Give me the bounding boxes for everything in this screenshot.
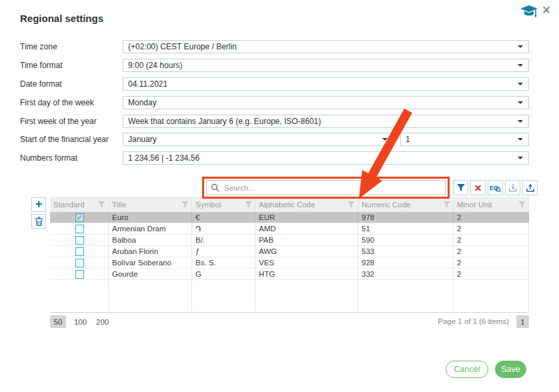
first-day-select[interactable]: Monday [123,96,529,109]
table-row[interactable]: Armenian Dram ֏ AMD 51 2 [50,223,529,235]
search-input[interactable] [224,184,441,192]
table-empty-area [50,280,529,313]
cell-minor-unit: 2 [454,246,529,257]
field-label: First day of the week [20,98,94,107]
select-value: Week that contains January 6 (e.g. Europ… [128,117,514,126]
column-filter-icon[interactable] [181,201,189,208]
select-value: (+02:00) CEST Europe / Berlin [128,42,514,51]
cell-symbol: Bs. S. [192,257,255,268]
standard-checkbox[interactable] [75,259,84,267]
cell-alphabetic-code: VES [255,257,358,268]
column-filter-icon[interactable] [348,201,355,208]
column-filter-icon[interactable] [245,201,252,208]
cell-title: Gourde [109,269,192,279]
column-filter-icon[interactable] [443,201,450,208]
column-header-title[interactable]: Title [109,197,192,212]
cell-alphabetic-code: AMD [255,223,358,234]
pagination-info: Page 1 of 1 (6 items) [438,317,509,325]
page-number-button[interactable]: 1 [516,315,529,328]
cell-numeric-code: 332 [358,269,454,279]
form-row-date-format: Date format 04.11.2021 [20,77,529,91]
cell-title: Balboa [109,235,192,245]
cancel-button[interactable]: Cancel [446,361,488,378]
close-icon[interactable]: ✕ [542,5,551,16]
first-week-select[interactable]: Week that contains January 6 (e.g. Europ… [123,115,529,128]
add-currency-button[interactable]: + [31,197,46,212]
cell-alphabetic-code: AWG [255,246,358,257]
page-size-200[interactable]: 200 [93,315,112,328]
cell-numeric-code: 928 [358,257,454,268]
currency-table: Standard Title Symbol Alphabetic Code Nu… [50,197,529,313]
table-row[interactable]: Balboa B/. PAB 590 2 [50,235,529,246]
cell-symbol: € [192,212,255,223]
clear-filter-icon[interactable]: ✕ [470,180,486,195]
grid-toolbar: ✕ EQ [453,180,538,195]
filter-builder-icon[interactable]: EQ [488,180,503,195]
form-row-numbers-format: Numbers format 1 234,56 | -1 234,56 [20,151,529,165]
pagination-bar: 50 100 200 Page 1 of 1 (6 items) 1 [50,315,529,329]
field-label: First week of the year [20,117,97,126]
standard-checkbox[interactable] [75,236,84,245]
table-row[interactable]: Gourde G HTG 332 2 [50,269,529,280]
financial-year-month-select[interactable]: January [123,133,394,146]
import-icon[interactable] [505,180,520,195]
cell-title: Armenian Dram [109,223,192,234]
page-size-100[interactable]: 100 [71,315,90,328]
regional-settings-dialog: Regional settings ✕ Time zone (+02:00) C… [0,0,559,392]
financial-year-day-select[interactable]: 1 [400,133,529,146]
filter-icon[interactable] [453,180,468,195]
cell-title: Aruban Florin [109,246,192,257]
cell-numeric-code: 590 [358,235,454,245]
standard-checkbox[interactable] [75,247,84,256]
column-filter-icon[interactable] [518,201,526,208]
standard-checkbox[interactable]: ✓ [75,213,84,222]
chevron-down-icon [518,45,523,48]
chevron-down-icon [518,101,523,104]
delete-currency-button[interactable] [31,214,46,229]
standard-checkbox[interactable] [75,225,84,233]
form-row-first-day: First day of the week Monday [20,96,529,109]
timezone-select[interactable]: (+02:00) CEST Europe / Berlin [123,40,529,53]
column-header-standard[interactable]: Standard [50,197,109,212]
chevron-down-icon [518,83,523,85]
column-header-numeric-code[interactable]: Numeric Code [358,197,454,212]
standard-checkbox[interactable] [75,270,84,279]
field-label: Numbers format [20,153,77,163]
table-row[interactable]: Aruban Florin ƒ AWG 533 2 [50,246,529,257]
cell-minor-unit: 2 [454,223,529,234]
form-row-timezone: Time zone (+02:00) CEST Europe / Berlin [20,40,529,53]
cell-title: Bolívar Soberano [109,257,192,268]
export-icon[interactable] [522,180,538,195]
select-value: 1 234,56 | -1 234,56 [128,153,514,163]
select-value: 1 [406,135,514,144]
time-format-select[interactable]: 9:00 (24 hours) [123,59,529,72]
trash-icon [35,217,43,226]
field-label: Time format [20,61,63,70]
select-value: 04.11.2021 [128,79,514,89]
search-field[interactable] [206,180,446,195]
cell-minor-unit: 2 [454,212,529,223]
column-header-minor-unit[interactable]: Minor Unit [454,197,529,212]
select-value: Monday [128,98,514,107]
table-row[interactable]: Bolívar Soberano Bs. S. VES 928 2 [50,257,529,269]
column-header-alphabetic-code[interactable]: Alphabetic Code [255,197,358,212]
column-filter-icon[interactable] [98,201,105,208]
cell-alphabetic-code: PAB [255,235,358,245]
cell-alphabetic-code: HTG [255,269,358,279]
save-button[interactable]: Save [495,361,526,378]
cell-symbol: ֏ [192,223,255,234]
form-row-first-week: First week of the year Week that contain… [20,115,529,128]
page-title: Regional settings [20,13,103,24]
search-icon [211,183,219,192]
table-header-row: Standard Title Symbol Alphabetic Code Nu… [50,197,529,212]
cell-minor-unit: 2 [454,257,529,268]
cell-symbol: G [192,269,255,279]
table-row[interactable]: ✓ Euro € EUR 978 2 [50,212,529,223]
page-size-50[interactable]: 50 [50,315,66,328]
tutorial-graduation-cap-icon[interactable] [520,3,538,19]
column-header-symbol[interactable]: Symbol [192,197,255,212]
date-format-select[interactable]: 04.11.2021 [123,77,529,91]
form-row-financial-year: Start of the financial year January 1 [20,133,529,146]
numbers-format-select[interactable]: 1 234,56 | -1 234,56 [123,151,529,165]
cell-numeric-code: 978 [358,212,454,223]
